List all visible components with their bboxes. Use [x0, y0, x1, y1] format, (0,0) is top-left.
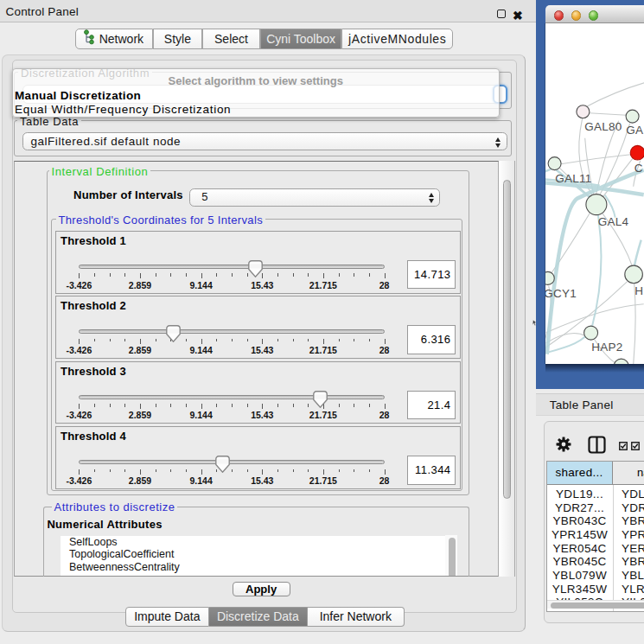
svg-text:HAP2: HAP2	[591, 341, 622, 354]
svg-text:GA: GA	[626, 124, 643, 137]
svg-text:GAL80: GAL80	[584, 120, 622, 133]
svg-text:C: C	[634, 162, 643, 175]
svg-text:GAL11: GAL11	[555, 172, 591, 185]
svg-text:GCY1: GCY1	[545, 287, 577, 300]
svg-text:H: H	[634, 284, 643, 297]
svg-text:GAL4: GAL4	[598, 215, 629, 228]
